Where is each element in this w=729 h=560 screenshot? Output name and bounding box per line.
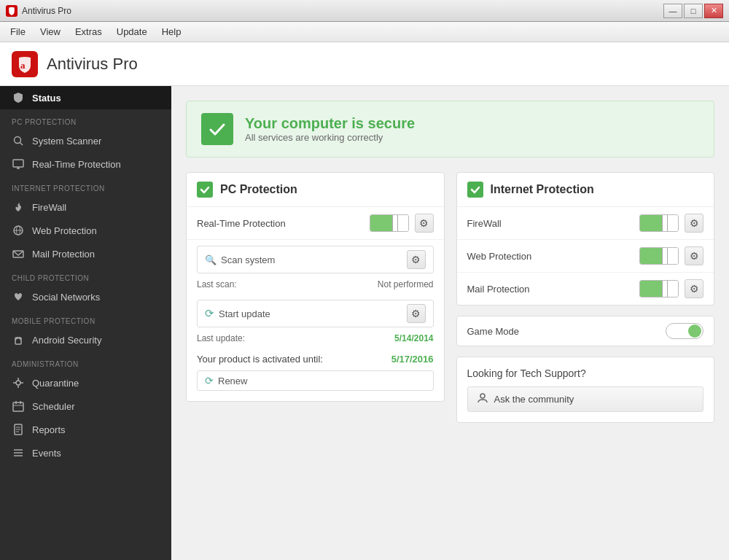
update-settings-button[interactable]: ⚙ bbox=[407, 304, 426, 323]
sidebar-label-android: Android Security bbox=[32, 335, 101, 346]
sidebar-item-social-networks[interactable]: Social Networks bbox=[0, 285, 171, 308]
sidebar-item-events[interactable]: Events bbox=[0, 441, 171, 464]
firewall-label: FireWall bbox=[467, 218, 634, 229]
scan-last-value: Not performed bbox=[378, 279, 434, 289]
realtime-protection-row: Real-Time Protection ⚙ bbox=[187, 207, 444, 240]
menu-update[interactable]: Update bbox=[109, 23, 155, 40]
status-text: Your computer is secure All services are… bbox=[245, 115, 415, 143]
sidebar-label-mail-protection: Mail Protection bbox=[32, 249, 95, 260]
status-title: Your computer is secure bbox=[245, 115, 415, 132]
app-logo: a bbox=[12, 51, 38, 77]
activation-row: Your product is activated until: 5/17/20… bbox=[187, 349, 444, 366]
status-check-icon bbox=[201, 113, 233, 145]
sidebar-item-quarantine[interactable]: Quarantine bbox=[0, 371, 171, 394]
section-child-protection: Child Protection bbox=[0, 265, 171, 285]
scan-system-row[interactable]: 🔍 Scan system ⚙ bbox=[197, 246, 434, 273]
firewall-settings-button[interactable]: ⚙ bbox=[685, 214, 703, 233]
sidebar-item-status[interactable]: Status bbox=[0, 86, 171, 109]
update-last-row: Last update: 5/14/2014 bbox=[187, 332, 444, 349]
sidebar-item-firewall[interactable]: FireWall bbox=[0, 195, 171, 219]
sidebar-label-reports: Reports bbox=[32, 424, 66, 435]
sidebar-item-mail-protection[interactable]: Mail Protection bbox=[0, 242, 171, 265]
mail-protection-row: Mail Protection ⚙ bbox=[457, 273, 714, 305]
status-subtitle: All services are working correctly bbox=[245, 132, 415, 143]
maximize-button[interactable]: □ bbox=[684, 4, 703, 18]
sidebar-label-firewall: FireWall bbox=[32, 202, 66, 213]
svg-rect-3 bbox=[13, 160, 23, 167]
svg-text:a: a bbox=[20, 60, 26, 71]
sidebar-item-android[interactable]: Android Security bbox=[0, 328, 171, 351]
sidebar-item-reports[interactable]: Reports bbox=[0, 418, 171, 441]
svg-point-12 bbox=[19, 338, 20, 340]
bio-icon bbox=[12, 376, 25, 389]
realtime-label: Real-Time Protection bbox=[197, 218, 364, 229]
web-protection-toggle[interactable] bbox=[639, 247, 679, 265]
mail-protection-label: Mail Protection bbox=[467, 284, 634, 295]
ask-community-label: Ask the community bbox=[494, 394, 574, 405]
web-protection-row: Web Protection ⚙ bbox=[457, 240, 714, 273]
update-last-value: 5/14/2014 bbox=[394, 333, 433, 343]
internet-protection-header: Internet Protection bbox=[457, 173, 714, 207]
scan-icon bbox=[12, 134, 25, 147]
sidebar-item-scheduler[interactable]: Scheduler bbox=[0, 394, 171, 418]
mail-protection-settings-button[interactable]: ⚙ bbox=[685, 279, 703, 298]
support-title: Looking for Tech Support? bbox=[467, 368, 704, 379]
update-last-label: Last update: bbox=[197, 333, 245, 343]
app-icon bbox=[6, 5, 17, 17]
menu-extras[interactable]: Extras bbox=[68, 23, 109, 40]
sidebar-item-realtime[interactable]: Real-Time Protection bbox=[0, 152, 171, 176]
renew-label: Renew bbox=[218, 376, 247, 386]
svg-rect-18 bbox=[13, 402, 23, 411]
firewall-row: FireWall ⚙ bbox=[457, 207, 714, 240]
section-mobile-protection: Mobile Protection bbox=[0, 308, 171, 328]
sidebar-label-social-networks: Social Networks bbox=[32, 292, 100, 303]
flame-icon bbox=[12, 201, 25, 214]
list-icon bbox=[12, 446, 25, 459]
sidebar-label-web-protection: Web Protection bbox=[32, 225, 97, 236]
menu-help[interactable]: Help bbox=[155, 23, 189, 40]
sidebar-label-realtime: Real-Time Protection bbox=[32, 159, 121, 170]
scan-last-row: Last scan: Not performed bbox=[187, 278, 444, 295]
svg-point-11 bbox=[17, 338, 18, 340]
web-protection-settings-button[interactable]: ⚙ bbox=[685, 246, 703, 265]
app-header: a Antivirus Pro bbox=[0, 42, 729, 86]
activation-date: 5/17/2016 bbox=[391, 354, 434, 365]
sidebar-item-web-protection[interactable]: Web Protection bbox=[0, 219, 171, 242]
realtime-settings-button[interactable]: ⚙ bbox=[415, 214, 434, 233]
pc-protection-title: PC Protection bbox=[220, 183, 297, 196]
mail-protection-toggle[interactable] bbox=[639, 280, 679, 298]
sidebar-label-scheduler: Scheduler bbox=[32, 401, 75, 412]
firewall-toggle[interactable] bbox=[639, 214, 679, 232]
game-mode-toggle[interactable] bbox=[666, 323, 703, 339]
svg-point-29 bbox=[480, 394, 485, 398]
menu-view[interactable]: View bbox=[33, 23, 68, 40]
monitor-icon bbox=[12, 158, 25, 171]
pc-protection-column: PC Protection Real-Time Protection ⚙ bbox=[186, 172, 445, 423]
internet-protection-title: Internet Protection bbox=[491, 183, 594, 196]
sidebar-label-status: Status bbox=[32, 93, 61, 104]
svg-point-1 bbox=[15, 137, 21, 144]
web-protection-label: Web Protection bbox=[467, 251, 634, 262]
close-button[interactable]: ✕ bbox=[704, 4, 723, 18]
window-title: Antivirus Pro bbox=[22, 6, 71, 16]
pc-protection-header: PC Protection bbox=[187, 173, 444, 207]
heart-icon bbox=[12, 290, 25, 303]
ask-community-button[interactable]: Ask the community bbox=[467, 386, 704, 412]
pc-protection-check-icon bbox=[197, 182, 213, 198]
title-bar: Antivirus Pro — □ ✕ bbox=[0, 0, 729, 22]
svg-line-2 bbox=[20, 143, 23, 146]
realtime-toggle[interactable] bbox=[370, 214, 409, 232]
start-update-row[interactable]: ⟳ Start update ⚙ bbox=[197, 300, 434, 327]
svg-point-13 bbox=[16, 381, 20, 385]
status-banner: Your computer is secure All services are… bbox=[186, 101, 714, 158]
refresh-icon: ⟳ bbox=[205, 307, 214, 320]
pc-protection-panel: PC Protection Real-Time Protection ⚙ bbox=[186, 172, 445, 402]
game-mode-row: Game Mode bbox=[457, 316, 714, 346]
sidebar-item-system-scanner[interactable]: System Scanner bbox=[0, 129, 171, 152]
menu-file[interactable]: File bbox=[3, 23, 33, 40]
scan-settings-button[interactable]: ⚙ bbox=[407, 250, 426, 269]
globe-icon bbox=[12, 224, 25, 237]
mail-icon bbox=[12, 247, 25, 260]
minimize-button[interactable]: — bbox=[663, 4, 682, 18]
renew-row[interactable]: ⟳ Renew bbox=[197, 370, 434, 391]
